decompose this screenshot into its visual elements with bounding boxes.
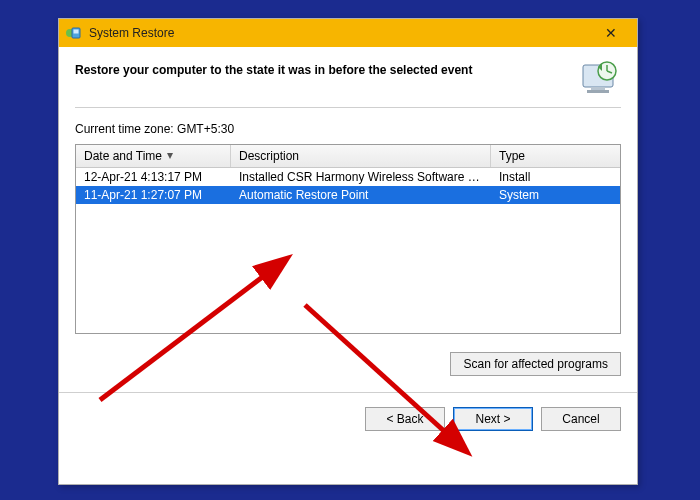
cell-type: Install [491, 168, 620, 186]
column-header-type[interactable]: Type [491, 145, 620, 167]
table-header: Date and Time ▾ Description Type [76, 145, 620, 168]
content-area: Restore your computer to the state it wa… [59, 47, 637, 393]
scan-affected-programs-button[interactable]: Scan for affected programs [450, 352, 621, 376]
sort-descending-icon: ▾ [167, 148, 173, 162]
back-button[interactable]: < Back [365, 407, 445, 431]
cell-datetime: 12-Apr-21 4:13:17 PM [76, 168, 231, 186]
cell-description: Installed CSR Harmony Wireless Software … [231, 168, 491, 186]
system-restore-icon [65, 25, 81, 41]
cell-datetime: 11-Apr-21 1:27:07 PM [76, 186, 231, 204]
table-body: 12-Apr-21 4:13:17 PM Installed CSR Harmo… [76, 168, 620, 204]
system-restore-window: System Restore ✕ Restore your computer t… [58, 18, 638, 485]
svg-rect-5 [587, 90, 609, 93]
table-row[interactable]: 12-Apr-21 4:13:17 PM Installed CSR Harmo… [76, 168, 620, 186]
close-button[interactable]: ✕ [591, 22, 631, 44]
column-header-description[interactable]: Description [231, 145, 491, 167]
cell-type: System [491, 186, 620, 204]
wizard-button-row: < Back Next > Cancel [59, 393, 637, 447]
window-title: System Restore [89, 26, 591, 40]
titlebar[interactable]: System Restore ✕ [59, 19, 637, 47]
cancel-button[interactable]: Cancel [541, 407, 621, 431]
cell-description: Automatic Restore Point [231, 186, 491, 204]
scan-row: Scan for affected programs [75, 352, 621, 376]
timezone-label: Current time zone: GMT+5:30 [75, 122, 621, 136]
column-header-datetime-label: Date and Time [84, 149, 162, 163]
clock-monitor-icon [577, 57, 621, 101]
divider [75, 107, 621, 108]
header-row: Restore your computer to the state it wa… [75, 57, 621, 101]
next-button[interactable]: Next > [453, 407, 533, 431]
column-header-datetime[interactable]: Date and Time ▾ [76, 145, 231, 167]
restore-points-table[interactable]: Date and Time ▾ Description Type 12-Apr-… [75, 144, 621, 334]
table-row[interactable]: 11-Apr-21 1:27:07 PM Automatic Restore P… [76, 186, 620, 204]
svg-rect-2 [74, 30, 79, 34]
page-title: Restore your computer to the state it wa… [75, 57, 472, 77]
close-icon: ✕ [605, 25, 617, 41]
svg-rect-4 [591, 87, 605, 90]
